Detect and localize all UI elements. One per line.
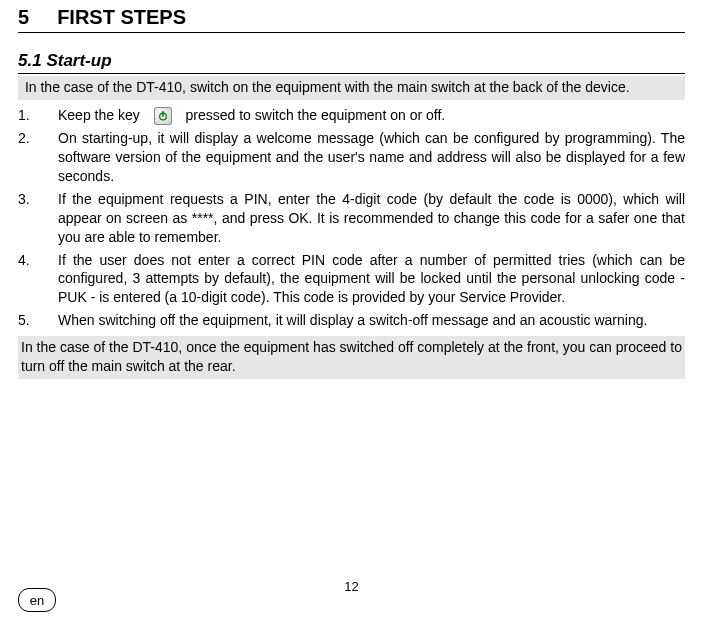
- step-text: When switching off the equipment, it wil…: [58, 312, 647, 328]
- language-badge: en: [18, 588, 56, 612]
- step-marker: 1.: [18, 106, 46, 125]
- page-number: 12: [0, 579, 703, 594]
- list-item: 5. When switching off the equipment, it …: [58, 311, 685, 330]
- list-item: 4. If the user does not enter a correct …: [58, 251, 685, 308]
- step-text-pre: Keep the key: [58, 107, 140, 123]
- section-number: 5.1: [18, 51, 42, 70]
- step-marker: 2.: [18, 129, 46, 148]
- power-icon: [154, 107, 172, 125]
- list-item: 2. On starting-up, it will display a wel…: [58, 129, 685, 186]
- section-title: 5.1 Start-up: [18, 51, 685, 74]
- step-marker: 3.: [18, 190, 46, 209]
- section-heading: Start-up: [46, 51, 111, 70]
- note-bottom: In the case of the DT-410, once the equi…: [18, 336, 685, 379]
- language-label: en: [30, 593, 44, 608]
- chapter-number: 5: [18, 6, 29, 29]
- chapter-title: FIRST STEPS: [57, 6, 186, 29]
- step-marker: 4.: [18, 251, 46, 270]
- chapter-header: 5 FIRST STEPS: [18, 6, 685, 33]
- step-text: On starting-up, it will display a welcom…: [58, 130, 685, 184]
- step-marker: 5.: [18, 311, 46, 330]
- step-text: If the equipment requests a PIN, enter t…: [58, 191, 685, 245]
- step-text-post: pressed to switch the equipment on or of…: [186, 107, 446, 123]
- step-text: If the user does not enter a correct PIN…: [58, 252, 685, 306]
- step-list: 1. Keep the key pressed to switch the eq…: [18, 106, 685, 330]
- note-top: In the case of the DT-410, switch on the…: [18, 76, 685, 100]
- list-item: 1. Keep the key pressed to switch the eq…: [58, 106, 685, 125]
- list-item: 3. If the equipment requests a PIN, ente…: [58, 190, 685, 247]
